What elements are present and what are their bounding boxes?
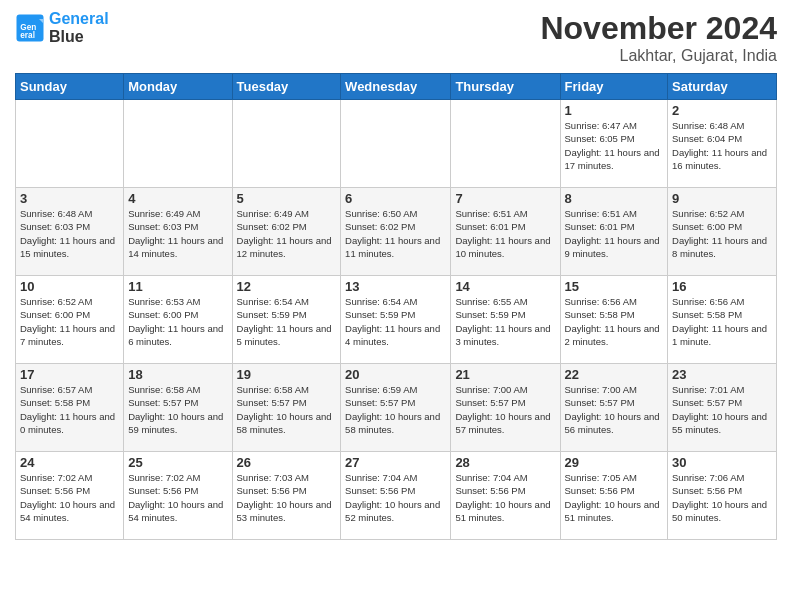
calendar-cell: [232, 100, 341, 188]
day-number: 14: [455, 279, 555, 294]
calendar-cell: [124, 100, 232, 188]
day-info: Sunrise: 6:58 AM Sunset: 5:57 PM Dayligh…: [128, 383, 227, 436]
day-number: 10: [20, 279, 119, 294]
calendar-cell: 30Sunrise: 7:06 AM Sunset: 5:56 PM Dayli…: [668, 452, 777, 540]
day-info: Sunrise: 6:56 AM Sunset: 5:58 PM Dayligh…: [565, 295, 664, 348]
calendar-cell: 7Sunrise: 6:51 AM Sunset: 6:01 PM Daylig…: [451, 188, 560, 276]
day-info: Sunrise: 6:56 AM Sunset: 5:58 PM Dayligh…: [672, 295, 772, 348]
calendar-cell: 25Sunrise: 7:02 AM Sunset: 5:56 PM Dayli…: [124, 452, 232, 540]
logo: Gen eral General Blue: [15, 10, 109, 45]
day-info: Sunrise: 7:01 AM Sunset: 5:57 PM Dayligh…: [672, 383, 772, 436]
calendar-cell: 17Sunrise: 6:57 AM Sunset: 5:58 PM Dayli…: [16, 364, 124, 452]
calendar-week-row: 24Sunrise: 7:02 AM Sunset: 5:56 PM Dayli…: [16, 452, 777, 540]
logo-text: General Blue: [49, 10, 109, 45]
day-info: Sunrise: 6:52 AM Sunset: 6:00 PM Dayligh…: [672, 207, 772, 260]
weekday-header: Friday: [560, 74, 668, 100]
day-info: Sunrise: 7:00 AM Sunset: 5:57 PM Dayligh…: [565, 383, 664, 436]
calendar-header-row: SundayMondayTuesdayWednesdayThursdayFrid…: [16, 74, 777, 100]
weekday-header: Sunday: [16, 74, 124, 100]
day-number: 28: [455, 455, 555, 470]
day-number: 27: [345, 455, 446, 470]
calendar-cell: 28Sunrise: 7:04 AM Sunset: 5:56 PM Dayli…: [451, 452, 560, 540]
day-info: Sunrise: 7:02 AM Sunset: 5:56 PM Dayligh…: [20, 471, 119, 524]
calendar-cell: 16Sunrise: 6:56 AM Sunset: 5:58 PM Dayli…: [668, 276, 777, 364]
calendar-cell: [451, 100, 560, 188]
day-number: 25: [128, 455, 227, 470]
calendar-cell: 27Sunrise: 7:04 AM Sunset: 5:56 PM Dayli…: [341, 452, 451, 540]
day-number: 22: [565, 367, 664, 382]
svg-text:eral: eral: [20, 30, 35, 39]
weekday-header: Monday: [124, 74, 232, 100]
day-number: 12: [237, 279, 337, 294]
calendar-cell: [16, 100, 124, 188]
day-info: Sunrise: 7:06 AM Sunset: 5:56 PM Dayligh…: [672, 471, 772, 524]
title-section: November 2024 Lakhtar, Gujarat, India: [540, 10, 777, 65]
calendar-cell: 1Sunrise: 6:47 AM Sunset: 6:05 PM Daylig…: [560, 100, 668, 188]
calendar-cell: 10Sunrise: 6:52 AM Sunset: 6:00 PM Dayli…: [16, 276, 124, 364]
day-info: Sunrise: 6:54 AM Sunset: 5:59 PM Dayligh…: [345, 295, 446, 348]
calendar-week-row: 3Sunrise: 6:48 AM Sunset: 6:03 PM Daylig…: [16, 188, 777, 276]
day-info: Sunrise: 6:51 AM Sunset: 6:01 PM Dayligh…: [455, 207, 555, 260]
calendar-table: SundayMondayTuesdayWednesdayThursdayFrid…: [15, 73, 777, 540]
day-number: 3: [20, 191, 119, 206]
day-info: Sunrise: 6:57 AM Sunset: 5:58 PM Dayligh…: [20, 383, 119, 436]
calendar-cell: 15Sunrise: 6:56 AM Sunset: 5:58 PM Dayli…: [560, 276, 668, 364]
location: Lakhtar, Gujarat, India: [540, 47, 777, 65]
day-info: Sunrise: 6:47 AM Sunset: 6:05 PM Dayligh…: [565, 119, 664, 172]
day-number: 2: [672, 103, 772, 118]
day-info: Sunrise: 6:49 AM Sunset: 6:02 PM Dayligh…: [237, 207, 337, 260]
calendar-cell: 23Sunrise: 7:01 AM Sunset: 5:57 PM Dayli…: [668, 364, 777, 452]
calendar-cell: 3Sunrise: 6:48 AM Sunset: 6:03 PM Daylig…: [16, 188, 124, 276]
day-number: 29: [565, 455, 664, 470]
day-number: 5: [237, 191, 337, 206]
day-number: 17: [20, 367, 119, 382]
day-number: 20: [345, 367, 446, 382]
calendar-week-row: 1Sunrise: 6:47 AM Sunset: 6:05 PM Daylig…: [16, 100, 777, 188]
day-number: 1: [565, 103, 664, 118]
day-info: Sunrise: 6:48 AM Sunset: 6:03 PM Dayligh…: [20, 207, 119, 260]
weekday-header: Wednesday: [341, 74, 451, 100]
calendar-cell: 12Sunrise: 6:54 AM Sunset: 5:59 PM Dayli…: [232, 276, 341, 364]
calendar-cell: 4Sunrise: 6:49 AM Sunset: 6:03 PM Daylig…: [124, 188, 232, 276]
calendar-cell: 26Sunrise: 7:03 AM Sunset: 5:56 PM Dayli…: [232, 452, 341, 540]
day-info: Sunrise: 7:02 AM Sunset: 5:56 PM Dayligh…: [128, 471, 227, 524]
calendar-cell: 14Sunrise: 6:55 AM Sunset: 5:59 PM Dayli…: [451, 276, 560, 364]
calendar-week-row: 17Sunrise: 6:57 AM Sunset: 5:58 PM Dayli…: [16, 364, 777, 452]
day-number: 7: [455, 191, 555, 206]
day-info: Sunrise: 6:51 AM Sunset: 6:01 PM Dayligh…: [565, 207, 664, 260]
day-number: 4: [128, 191, 227, 206]
calendar-cell: 6Sunrise: 6:50 AM Sunset: 6:02 PM Daylig…: [341, 188, 451, 276]
calendar-cell: 20Sunrise: 6:59 AM Sunset: 5:57 PM Dayli…: [341, 364, 451, 452]
day-info: Sunrise: 7:00 AM Sunset: 5:57 PM Dayligh…: [455, 383, 555, 436]
day-number: 26: [237, 455, 337, 470]
page-header: Gen eral General Blue November 2024 Lakh…: [15, 10, 777, 65]
day-info: Sunrise: 6:58 AM Sunset: 5:57 PM Dayligh…: [237, 383, 337, 436]
month-title: November 2024: [540, 10, 777, 47]
day-info: Sunrise: 6:53 AM Sunset: 6:00 PM Dayligh…: [128, 295, 227, 348]
calendar-cell: 13Sunrise: 6:54 AM Sunset: 5:59 PM Dayli…: [341, 276, 451, 364]
day-info: Sunrise: 6:59 AM Sunset: 5:57 PM Dayligh…: [345, 383, 446, 436]
day-info: Sunrise: 6:48 AM Sunset: 6:04 PM Dayligh…: [672, 119, 772, 172]
calendar-cell: 5Sunrise: 6:49 AM Sunset: 6:02 PM Daylig…: [232, 188, 341, 276]
day-number: 19: [237, 367, 337, 382]
day-info: Sunrise: 7:04 AM Sunset: 5:56 PM Dayligh…: [345, 471, 446, 524]
day-number: 8: [565, 191, 664, 206]
calendar-cell: 22Sunrise: 7:00 AM Sunset: 5:57 PM Dayli…: [560, 364, 668, 452]
day-number: 9: [672, 191, 772, 206]
calendar-week-row: 10Sunrise: 6:52 AM Sunset: 6:00 PM Dayli…: [16, 276, 777, 364]
day-info: Sunrise: 6:55 AM Sunset: 5:59 PM Dayligh…: [455, 295, 555, 348]
day-number: 13: [345, 279, 446, 294]
main-container: Gen eral General Blue November 2024 Lakh…: [0, 0, 792, 550]
day-info: Sunrise: 7:03 AM Sunset: 5:56 PM Dayligh…: [237, 471, 337, 524]
calendar-cell: 2Sunrise: 6:48 AM Sunset: 6:04 PM Daylig…: [668, 100, 777, 188]
day-info: Sunrise: 6:54 AM Sunset: 5:59 PM Dayligh…: [237, 295, 337, 348]
logo-icon: Gen eral: [15, 13, 45, 43]
day-info: Sunrise: 7:04 AM Sunset: 5:56 PM Dayligh…: [455, 471, 555, 524]
day-info: Sunrise: 7:05 AM Sunset: 5:56 PM Dayligh…: [565, 471, 664, 524]
logo-general: General: [49, 10, 109, 27]
day-number: 24: [20, 455, 119, 470]
calendar-cell: 8Sunrise: 6:51 AM Sunset: 6:01 PM Daylig…: [560, 188, 668, 276]
calendar-cell: 19Sunrise: 6:58 AM Sunset: 5:57 PM Dayli…: [232, 364, 341, 452]
logo-blue: Blue: [49, 28, 84, 45]
weekday-header: Tuesday: [232, 74, 341, 100]
